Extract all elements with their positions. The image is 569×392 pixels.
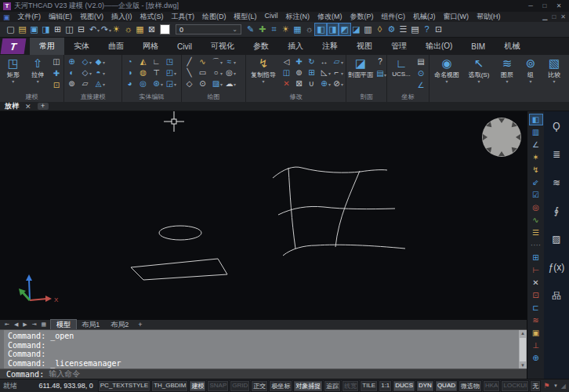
- status-toggle-建模[interactable]: 建模: [189, 380, 206, 392]
- next-tab-button[interactable]: ▶: [20, 321, 29, 328]
- overflow-dots-icon[interactable]: ····: [530, 240, 542, 250]
- box-button[interactable]: ◳ 矩形 ▾: [2, 56, 25, 84]
- menu-item-Civil[interactable]: Civil: [261, 12, 282, 22]
- ok-confirm-icon[interactable]: ☑: [530, 190, 542, 200]
- sheet-list-icon[interactable]: ☰: [397, 24, 409, 35]
- mdi-restore-button[interactable]: □: [552, 13, 556, 20]
- status-toggle-1:1[interactable]: 1:1: [379, 380, 392, 392]
- menu-item-机械(J)[interactable]: 机械(J): [409, 12, 440, 22]
- command-history[interactable]: Command: _openCommand:Command:Command: _…: [0, 329, 527, 368]
- ucs-named-icon[interactable]: ▤: [415, 56, 426, 67]
- extrude-button[interactable]: ⇧ 拉伸 ▾: [27, 56, 50, 84]
- dim-bracket-icon[interactable]: ⊏: [530, 303, 542, 313]
- drawing-canvas[interactable]: X: [0, 111, 527, 320]
- menu-item-格式(S)[interactable]: 格式(S): [136, 12, 168, 22]
- fillet-icon[interactable]: ⌐▾: [331, 67, 342, 78]
- command-input[interactable]: 输入命令: [49, 368, 80, 379]
- ribbon-tab-BIM[interactable]: BIM: [462, 38, 495, 55]
- dm-rotate-face-icon[interactable]: ◇▾: [79, 67, 91, 78]
- close-button[interactable]: ✕: [552, 2, 566, 9]
- ribbon-tab-管理[interactable]: 管理: [382, 38, 416, 55]
- move-icon[interactable]: ✚: [293, 56, 305, 67]
- layer-states-icon[interactable]: ▦: [134, 24, 146, 35]
- align-icon[interactable]: ⊕▾: [318, 78, 330, 89]
- layer-freeze-icon[interactable]: ▦: [292, 24, 303, 35]
- erase-icon[interactable]: ✕: [281, 78, 292, 89]
- paperclip-icon[interactable]: ∮: [548, 205, 565, 217]
- section-object-icon[interactable]: ⊡: [51, 80, 62, 91]
- tab-list-icon[interactable]: ▦: [39, 321, 49, 328]
- mirror-icon[interactable]: ◁: [281, 56, 292, 67]
- ribbon-tab-常用[interactable]: 常用: [30, 38, 64, 55]
- document-tab[interactable]: 放样 ✕: [5, 101, 31, 111]
- select-button[interactable]: ↖ 选取(S) ▾: [464, 56, 494, 84]
- camera-box-icon[interactable]: ▣: [530, 328, 542, 338]
- ribbon-tab-机械[interactable]: 机械: [495, 38, 529, 55]
- dm-offset-face-icon[interactable]: ◆▾: [92, 56, 104, 67]
- layer-stack-icon[interactable]: ≋: [548, 177, 565, 189]
- point-icon[interactable]: ⊙: [197, 78, 208, 89]
- menu-item-模型(L)[interactable]: 模型(L): [230, 12, 261, 22]
- layer-off-icon[interactable]: ☼: [303, 24, 315, 35]
- thicken-icon[interactable]: ◲▾: [164, 78, 176, 89]
- ray-icon[interactable]: ╲: [183, 67, 195, 78]
- spline-icon[interactable]: ≈▾: [223, 56, 235, 67]
- lightning-tool-icon[interactable]: ↯: [530, 165, 542, 175]
- menu-item-窗口(W)[interactable]: 窗口(W): [440, 12, 473, 22]
- layout-tab-模型[interactable]: 模型: [51, 320, 76, 329]
- ribbon-tab-可视化[interactable]: 可视化: [201, 38, 244, 55]
- eraser-icon[interactable]: ◊: [374, 24, 386, 35]
- curve-node-icon[interactable]: ∿: [530, 215, 542, 225]
- named-views-button[interactable]: ◉ 命名视图 ▾: [431, 56, 462, 84]
- dm-delete-face-icon[interactable]: ⊚: [66, 78, 78, 89]
- status-toggle-PC_TEXTSTYLE[interactable]: PC_TEXTSTYLE: [98, 380, 150, 392]
- live-section-icon[interactable]: ?: [375, 56, 386, 67]
- print-icon[interactable]: ⊠: [146, 24, 158, 35]
- format-painter-icon[interactable]: ✎: [245, 24, 256, 35]
- menu-item-视图(V)[interactable]: 视图(V): [76, 12, 107, 22]
- layer-on-icon[interactable]: ☀: [280, 24, 292, 35]
- group-button[interactable]: ⊚ 组 ▾: [520, 56, 541, 84]
- ribbon-tab-插入[interactable]: 插入: [278, 38, 313, 55]
- polyline-icon[interactable]: ∿: [197, 56, 208, 67]
- dim-stack-icon[interactable]: ≋: [530, 315, 542, 325]
- clean-solid-icon[interactable]: ◎: [137, 78, 149, 89]
- render-sliders-icon[interactable]: ≣: [548, 149, 565, 161]
- viewport-panel-icon[interactable]: ◧: [530, 114, 542, 125]
- snap-arrows-icon[interactable]: ⇙: [530, 177, 542, 187]
- help-icon[interactable]: ?: [421, 24, 433, 35]
- menu-item-插入(I)[interactable]: 插入(I): [107, 12, 136, 22]
- dm-extrude-face-icon[interactable]: ◇▾: [79, 56, 91, 67]
- settings-gear-icon[interactable]: ⚙: [386, 24, 397, 35]
- status-toggle-TH_GBDIM[interactable]: TH_GBDIM: [151, 380, 188, 392]
- maximize-button[interactable]: □: [538, 2, 552, 9]
- section-plane-button[interactable]: ◪ 剖面平面: [348, 56, 373, 79]
- explode-icon[interactable]: ⊠: [293, 78, 305, 89]
- rotate-icon[interactable]: ↻: [306, 56, 317, 67]
- color-swatch[interactable]: [160, 24, 170, 34]
- cube-array-icon[interactable]: ⊞: [530, 252, 542, 263]
- revision-cloud-icon[interactable]: ☁▾: [223, 78, 235, 89]
- polygon-icon[interactable]: ◇: [183, 78, 195, 89]
- dim-horizontal-icon[interactable]: ⊢: [530, 265, 542, 275]
- plot-icon[interactable]: ⊞: [52, 24, 63, 35]
- ribbon-tab-输出(O)[interactable]: 输出(O): [416, 38, 462, 55]
- status-toggle-DYN[interactable]: DYN: [416, 380, 434, 392]
- donut-icon[interactable]: ◎▾: [223, 67, 235, 78]
- union-icon[interactable]: ◔: [124, 56, 136, 67]
- section-gallery-icon[interactable]: ▤▾: [375, 68, 386, 79]
- 3d-gizmo-icon[interactable]: ✚: [51, 68, 62, 79]
- layout-tab-布局1[interactable]: 布局1: [76, 320, 105, 329]
- dm-move-face-icon[interactable]: ⊕: [66, 56, 78, 67]
- ribbon-tab-曲面[interactable]: 曲面: [99, 38, 133, 55]
- magic-wand-icon[interactable]: ✶: [530, 152, 542, 162]
- save-icon[interactable]: ▣: [28, 24, 40, 35]
- redo-icon[interactable]: ↷▾: [99, 24, 111, 35]
- status-toggle-对象捕捉[interactable]: 对象捕捉: [293, 380, 323, 392]
- join-icon[interactable]: ∪: [306, 78, 317, 89]
- shell-icon[interactable]: ◰▾: [164, 67, 176, 78]
- status-toggle-无[interactable]: 无: [530, 380, 541, 392]
- intersect-icon[interactable]: ◕: [124, 78, 136, 89]
- trim-icon[interactable]: ◺▾: [318, 67, 330, 78]
- dm-convert-icon[interactable]: ◬▾: [92, 78, 104, 89]
